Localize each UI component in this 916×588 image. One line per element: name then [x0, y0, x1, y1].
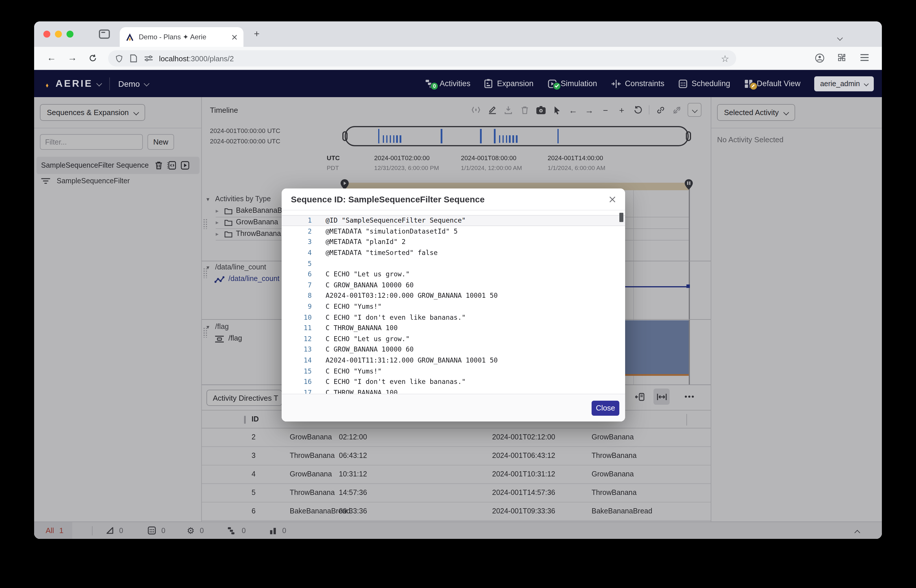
nav-item-label: Constraints — [625, 79, 664, 88]
code-scrollbar-thumb[interactable] — [619, 213, 624, 222]
close-window-button[interactable] — [44, 31, 50, 37]
tab-list-chevron-icon[interactable] — [838, 32, 842, 42]
url-text[interactable]: localhost:3000/plans/2 — [159, 54, 234, 63]
view-modified-badge — [749, 82, 757, 90]
nav-item-label: Expansion — [497, 79, 533, 88]
code-line[interactable]: 14A2024-001T11:31:12.000 GROW_BANANA 100… — [282, 355, 625, 365]
code-line[interactable]: 2@METADATA "simulationDatasetId" 5 — [282, 226, 625, 236]
page-info-icon[interactable] — [130, 54, 137, 63]
reload-button[interactable] — [89, 54, 97, 63]
constraints-icon — [611, 79, 621, 88]
minimize-window-button[interactable] — [55, 31, 62, 37]
pencil-icon — [751, 84, 755, 88]
browser-tab[interactable]: Demo - Plans ✦ Aerie — [120, 27, 244, 47]
expansion-icon — [484, 79, 493, 89]
nav-item-activities[interactable]: 0 Activities — [425, 79, 470, 88]
tracking-settings-icon[interactable] — [144, 55, 153, 62]
user-menu-button[interactable]: aerie_admin — [814, 76, 874, 91]
nav-divider — [110, 77, 110, 90]
nav-item-label: Activities — [439, 79, 470, 88]
app-content: Sequences & Expansion New SampleSequence… — [34, 97, 882, 539]
nav-item-expansion[interactable]: Expansion — [484, 79, 533, 89]
modal-title: Sequence ID: SampleSequenceFilter Sequen… — [291, 194, 609, 204]
code-line[interactable]: 1@ID "SampleSequenceFilter Sequence" — [282, 215, 625, 226]
aerie-logo-text: AERIE — [55, 78, 93, 89]
modal-header: Sequence ID: SampleSequenceFilter Sequen… — [282, 189, 625, 210]
code-line[interactable]: 15C ECHO "Yums!" — [282, 366, 625, 376]
aerie-logo-mark — [44, 79, 51, 88]
url-host: localhost — [159, 54, 189, 63]
code-line[interactable]: 12C ECHO "Let us grow." — [282, 333, 625, 344]
code-line[interactable]: 17C THROW_BANANA 100 — [282, 387, 625, 394]
forward-button[interactable]: → — [68, 53, 77, 63]
nav-item-label: Scheduling — [691, 79, 730, 88]
nav-item-scheduling[interactable]: Scheduling — [679, 79, 730, 88]
nav-item-constraints[interactable]: Constraints — [611, 79, 664, 88]
tab-overview-icon[interactable] — [99, 29, 110, 39]
browser-window: Demo - Plans ✦ Aerie + ← → — [34, 21, 882, 539]
plan-menu-button[interactable]: Demo — [118, 79, 149, 88]
activities-count-badge: 0 — [430, 82, 438, 90]
sequence-code-editor[interactable]: 1@ID "SampleSequenceFilter Sequence" 2@M… — [282, 210, 625, 394]
tab-strip: Demo - Plans ✦ Aerie + — [34, 21, 882, 47]
code-line[interactable]: 11C THROW_BANANA 100 — [282, 323, 625, 333]
scheduling-icon — [679, 79, 688, 88]
nav-item-simulation[interactable]: Simulation — [547, 79, 597, 88]
extensions-puzzle-icon[interactable] — [837, 53, 846, 63]
tab-title: Demo - Plans ✦ Aerie — [139, 33, 231, 41]
zoom-window-button[interactable] — [66, 31, 73, 37]
code-line[interactable]: 16C ECHO "I don't even like bananas." — [282, 376, 625, 387]
aerie-favicon — [126, 33, 134, 41]
app-menu-button[interactable]: AERIE — [44, 78, 102, 89]
modal-close-button[interactable]: Close — [591, 401, 619, 415]
code-line[interactable]: 5 — [282, 258, 625, 269]
code-line[interactable]: 13C GROW_BANANA 10000 60 — [282, 344, 625, 355]
code-line[interactable]: 9C ECHO "Yums!" — [282, 301, 625, 312]
modal-close-icon[interactable] — [609, 196, 616, 203]
back-button[interactable]: ← — [47, 53, 56, 63]
new-tab-button[interactable]: + — [254, 28, 260, 40]
nav-item-label: Simulation — [561, 79, 597, 88]
tab-close-icon[interactable] — [231, 34, 237, 40]
code-line[interactable]: 4@METADATA "timeSorted" false — [282, 247, 625, 258]
app-nav-bar: AERIE Demo 0 Activities — [34, 70, 882, 97]
simulation-status-badge — [553, 82, 561, 90]
site-security-shield-icon[interactable] — [115, 54, 123, 63]
screen: Demo - Plans ✦ Aerie + ← → — [0, 0, 916, 588]
code-line[interactable]: 8A2024-001T03:12:00.000 GROW_BANANA 1000… — [282, 290, 625, 301]
url-path: :3000/plans/2 — [189, 54, 234, 63]
nav-item-label: Default View — [757, 79, 800, 88]
check-icon — [554, 84, 559, 88]
profile-icon[interactable] — [815, 53, 825, 63]
code-line[interactable]: 7C GROW_BANANA 10000 60 — [282, 279, 625, 290]
sequence-modal: Sequence ID: SampleSequenceFilter Sequen… — [282, 189, 625, 422]
browser-toolbar: ← → localhost:3000/plans/2 ☆ — [34, 47, 882, 70]
user-menu-label: aerie_admin — [820, 79, 860, 87]
address-bar[interactable]: localhost:3000/plans/2 ☆ — [108, 50, 736, 66]
modal-footer: Close — [282, 394, 625, 422]
menu-hamburger-icon[interactable] — [860, 54, 869, 61]
code-line[interactable]: 6C ECHO "Let us grow." — [282, 269, 625, 279]
nav-item-default-view[interactable]: Default View — [744, 79, 800, 88]
code-line[interactable]: 10C ECHO "I don't even like bananas." — [282, 312, 625, 323]
bookmark-star-icon[interactable]: ☆ — [721, 53, 729, 64]
plan-name: Demo — [118, 79, 140, 88]
code-line[interactable]: 3@METADATA "planId" 2 — [282, 236, 625, 247]
